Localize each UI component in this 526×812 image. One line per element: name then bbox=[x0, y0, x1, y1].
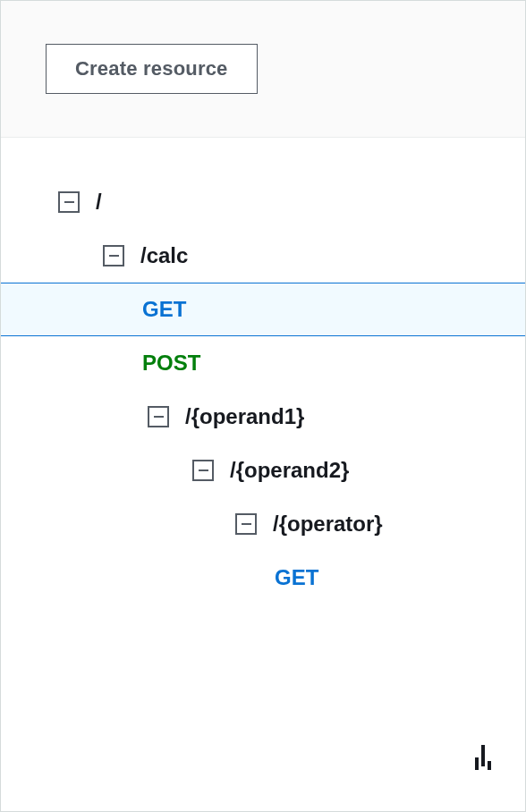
panel-header: Create resource bbox=[1, 1, 525, 138]
method-label: GET bbox=[275, 565, 318, 590]
collapse-icon[interactable] bbox=[148, 406, 169, 427]
tree-method-calc-get[interactable]: GET bbox=[1, 283, 525, 336]
tree-node-label: /calc bbox=[140, 243, 188, 268]
tree-method-calc-post[interactable]: POST bbox=[1, 336, 525, 390]
tree-node-label: /{operand1} bbox=[185, 404, 304, 429]
collapse-icon[interactable] bbox=[103, 245, 124, 266]
tree-node-operand2[interactable]: /{operand2} bbox=[1, 444, 525, 497]
collapse-icon[interactable] bbox=[192, 460, 214, 481]
tree-node-label: / bbox=[96, 190, 102, 215]
method-label: GET bbox=[142, 297, 186, 322]
collapse-icon[interactable] bbox=[58, 191, 80, 213]
tree-node-operand1[interactable]: /{operand1} bbox=[1, 390, 525, 444]
method-label: POST bbox=[142, 351, 200, 376]
collapse-icon[interactable] bbox=[235, 513, 257, 535]
resource-panel: Create resource / /calc GET POST /{opera… bbox=[0, 0, 526, 812]
tree-node-label: /{operator} bbox=[273, 512, 383, 537]
feedback-icon[interactable] bbox=[475, 749, 491, 770]
tree-node-operator[interactable]: /{operator} bbox=[1, 497, 525, 551]
tree-method-operator-get[interactable]: GET bbox=[1, 551, 525, 605]
create-resource-button[interactable]: Create resource bbox=[46, 44, 258, 94]
tree-node-calc[interactable]: /calc bbox=[1, 229, 525, 283]
resource-tree: / /calc GET POST /{operand1} /{operand2}… bbox=[1, 138, 525, 811]
tree-node-label: /{operand2} bbox=[230, 458, 349, 483]
tree-node-root[interactable]: / bbox=[1, 175, 525, 229]
